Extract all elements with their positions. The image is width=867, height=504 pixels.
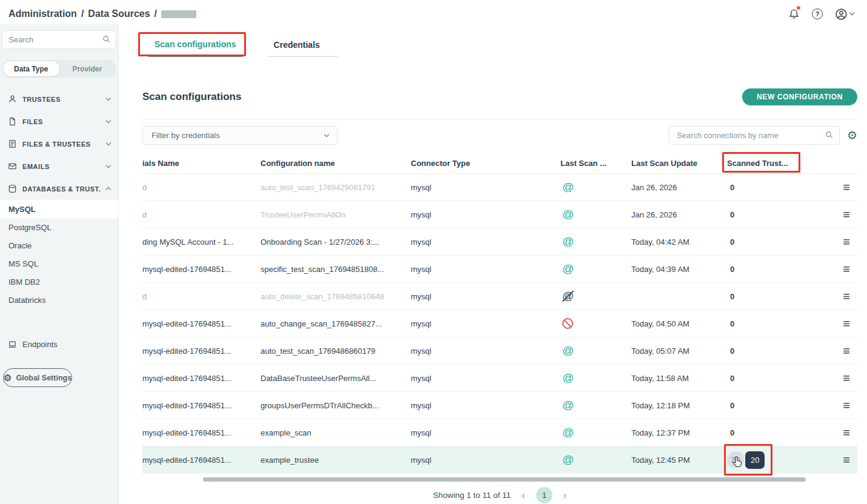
table-row[interactable]: mysql-edited-17694851... example_scan my… bbox=[142, 419, 857, 446]
cell-actions bbox=[819, 208, 857, 220]
cell-credentials-name[interactable]: mysql-edited-17694851... bbox=[142, 346, 261, 356]
column-header-last-scan-status[interactable]: Last Scan ... bbox=[560, 159, 631, 168]
gear-icon: ⚙ bbox=[4, 373, 12, 382]
help-icon[interactable]: ? bbox=[811, 7, 824, 21]
databases-icon bbox=[8, 184, 17, 193]
scanned-trustees-count[interactable]: 0 bbox=[727, 346, 734, 356]
pagination-page-1[interactable]: 1 bbox=[536, 487, 553, 503]
notifications-bell-icon[interactable] bbox=[787, 7, 800, 21]
table-row[interactable]: mysql-edited-17694851... specific_test_s… bbox=[142, 256, 857, 283]
row-menu-icon[interactable] bbox=[843, 399, 850, 411]
new-configuration-button[interactable]: NEW CONFIGURATION bbox=[742, 88, 857, 105]
row-menu-icon[interactable] bbox=[843, 345, 850, 357]
cell-scanned-trustees: 0 bbox=[727, 210, 819, 219]
cell-credentials-name[interactable]: d bbox=[142, 183, 261, 192]
toggle-data-type[interactable]: Data Type bbox=[3, 61, 59, 76]
cell-credentials-name[interactable]: mysql-edited-17694851... bbox=[142, 456, 261, 465]
sidebar-item-files-trustees[interactable]: FILES & TRUSTEES bbox=[0, 133, 118, 155]
row-menu-icon[interactable] bbox=[843, 263, 850, 275]
last-scan-status-icon bbox=[562, 290, 576, 303]
sidebar-database-item[interactable]: PostgreSQL bbox=[0, 218, 118, 236]
sidebar-item-emails[interactable]: EMAILS bbox=[0, 155, 118, 177]
table-settings-gear-icon[interactable]: ⚙ bbox=[847, 130, 857, 141]
cell-credentials-name[interactable]: d bbox=[142, 292, 261, 301]
sidebar-search bbox=[2, 30, 116, 49]
cell-last-scan-update: Today, 05:07 AM bbox=[631, 346, 727, 356]
cell-actions bbox=[819, 399, 857, 411]
sidebar-search-input[interactable] bbox=[2, 30, 116, 49]
scanned-trustees-count[interactable]: 0 bbox=[727, 319, 734, 328]
scanned-trustees-count[interactable]: 0 bbox=[727, 292, 734, 301]
sidebar-item-endpoints[interactable]: Endpoints bbox=[0, 333, 118, 355]
column-header-scanned-trustees[interactable]: Scanned Trust... bbox=[727, 159, 819, 168]
column-header-connector-type[interactable]: Connector Type bbox=[411, 159, 560, 168]
sidebar-database-item[interactable]: MS SQL bbox=[0, 254, 118, 273]
cell-credentials-name[interactable]: mysql-edited-17694851... bbox=[142, 319, 261, 328]
horizontal-scrollbar[interactable] bbox=[203, 477, 806, 482]
column-header-configuration-name[interactable]: Configuration name bbox=[261, 159, 411, 168]
row-menu-icon[interactable] bbox=[843, 372, 850, 384]
column-header-last-scan-update[interactable]: Last Scan Update bbox=[631, 159, 727, 168]
cell-last-scan-update: Today, 12:18 PM bbox=[631, 401, 727, 410]
table-row[interactable]: mysql-edited-17694851... auto_change_sca… bbox=[142, 310, 857, 337]
cell-credentials-name[interactable]: d bbox=[142, 210, 261, 219]
connections-search-input[interactable] bbox=[669, 126, 840, 145]
toggle-provider[interactable]: Provider bbox=[59, 61, 116, 76]
table-row[interactable]: ding MySQL Account - 1... Onboarding Sca… bbox=[142, 228, 857, 256]
cell-credentials-name[interactable]: mysql-edited-17694851... bbox=[142, 374, 261, 383]
table-row[interactable]: d auto_delete_scan_1769485810648 mysql 0 bbox=[142, 283, 857, 310]
scanned-trustees-count[interactable]: 0 bbox=[727, 428, 734, 437]
last-scan-status-icon bbox=[562, 318, 573, 329]
table-row[interactable]: d TrusteeUserPermsAllOn mysql Jan 26, 20… bbox=[142, 201, 857, 228]
cell-connector-type: mysql bbox=[411, 374, 560, 383]
scanned-trustees-count[interactable]: 0 bbox=[727, 401, 734, 410]
row-menu-icon[interactable] bbox=[843, 290, 850, 302]
scanned-trustees-count[interactable]: 0 bbox=[727, 210, 734, 219]
table-row[interactable]: mysql-edited-17694851... auto_test_scan_… bbox=[142, 337, 857, 365]
sidebar-database-item[interactable]: Databricks bbox=[0, 291, 118, 309]
sidebar-item-files[interactable]: FILES bbox=[0, 110, 118, 133]
cell-configuration-name: specific_test_scan_17694851808... bbox=[261, 265, 411, 274]
sidebar-item-trustees[interactable]: TRUSTEES bbox=[0, 88, 118, 110]
table-row[interactable]: d auto_test_scan_1769429081791 mysql Jan… bbox=[142, 174, 857, 201]
breadcrumb-data-sources[interactable]: Data Sources bbox=[88, 8, 150, 19]
last-scan-status-icon bbox=[562, 399, 576, 412]
table-row[interactable]: mysql-edited-17694851... example_trustee… bbox=[142, 446, 857, 474]
cell-configuration-name: auto_test_scan_1769429081791 bbox=[261, 183, 411, 192]
scanned-trustees-count[interactable]: 0 bbox=[727, 374, 734, 383]
scanned-trustees-count[interactable]: 0 bbox=[727, 183, 734, 192]
scanned-trustees-count[interactable]: 0 bbox=[727, 265, 734, 274]
sidebar: Data Type Provider TRUSTEES FILES FILES … bbox=[0, 24, 119, 504]
row-menu-icon[interactable] bbox=[843, 181, 850, 193]
pagination-prev-icon[interactable]: ‹ bbox=[522, 489, 525, 502]
sidebar-item-databases-trustees[interactable]: DATABASES & TRUST... bbox=[0, 177, 118, 200]
cell-credentials-name[interactable]: ding MySQL Account - 1... bbox=[142, 237, 261, 247]
tab-scan-configurations[interactable]: Scan configurations bbox=[148, 33, 242, 57]
credentials-filter-select[interactable]: Filter by credentials bbox=[142, 126, 337, 145]
account-menu-icon[interactable] bbox=[834, 7, 855, 21]
table-row[interactable]: mysql-edited-17694851... groupsUserPerms… bbox=[142, 392, 857, 419]
tab-credentials[interactable]: Credentials bbox=[268, 33, 338, 57]
row-menu-icon[interactable] bbox=[843, 236, 850, 248]
cell-credentials-name[interactable]: mysql-edited-17694851... bbox=[142, 401, 261, 410]
scanned-trustees-count[interactable]: 0 bbox=[727, 237, 734, 247]
global-settings-button[interactable]: ⚙ Global Settings bbox=[3, 368, 72, 387]
row-menu-icon[interactable] bbox=[843, 208, 850, 220]
breadcrumb-administration[interactable]: Administration bbox=[8, 8, 77, 19]
row-menu-icon[interactable] bbox=[843, 454, 850, 466]
sidebar-database-item[interactable]: MySQL bbox=[0, 200, 118, 218]
row-menu-icon[interactable] bbox=[843, 426, 850, 439]
pagination-next-icon[interactable]: › bbox=[563, 489, 567, 502]
table-row[interactable]: mysql-edited-17694851... DataBaseTrustee… bbox=[142, 365, 857, 392]
column-header-credentials-name[interactable]: ials Name bbox=[142, 159, 261, 168]
database-item-label: IBM DB2 bbox=[8, 277, 40, 287]
sidebar-database-item[interactable]: Oracle bbox=[0, 236, 118, 254]
last-scan-status-icon bbox=[562, 262, 576, 276]
content-header: Scan configurations NEW CONFIGURATION bbox=[142, 87, 857, 106]
cell-configuration-name: example_trustee bbox=[261, 456, 411, 465]
sidebar-database-item[interactable]: IBM DB2 bbox=[0, 273, 118, 291]
row-menu-icon[interactable] bbox=[843, 317, 850, 330]
endpoints-icon bbox=[8, 340, 17, 349]
cell-credentials-name[interactable]: mysql-edited-17694851... bbox=[142, 265, 261, 274]
cell-credentials-name[interactable]: mysql-edited-17694851... bbox=[142, 428, 261, 437]
